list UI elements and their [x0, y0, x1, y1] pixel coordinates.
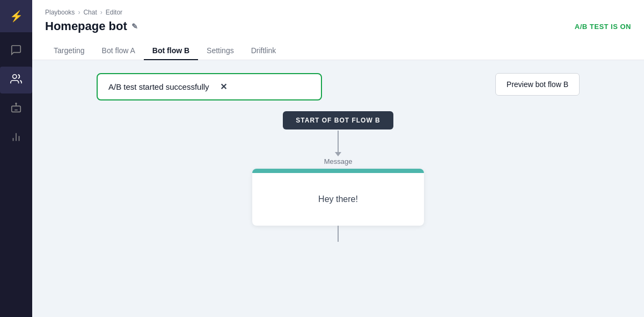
flow-canvas: START OF BOT FLOW B Message Hey there!	[45, 111, 631, 242]
tab-driftlink[interactable]: Driftlink	[243, 42, 285, 60]
main-content: Playbooks › Chat › Editor Homepage bot ✎…	[32, 0, 644, 317]
page-title-text: Homepage bot	[45, 19, 127, 33]
message-card-body: Hey there!	[252, 173, 424, 226]
message-card-header-bar	[252, 169, 424, 173]
content-top-row: A/B test started successfully ✕ Preview …	[97, 73, 580, 100]
message-card[interactable]: Hey there!	[252, 169, 424, 226]
svg-point-0	[13, 74, 17, 78]
arrow-line-1	[338, 131, 339, 152]
breadcrumb: Playbooks › Chat › Editor	[45, 9, 631, 16]
title-row: Homepage bot ✎ A/B TEST IS ON	[45, 19, 631, 33]
logo-icon: ⚡	[10, 10, 23, 23]
message-label: Message	[324, 157, 353, 165]
breadcrumb-sep-2: ›	[100, 9, 103, 16]
header: Playbooks › Chat › Editor Homepage bot ✎…	[32, 0, 644, 60]
sidebar-item-bot[interactable]	[0, 96, 32, 123]
sidebar-item-chat[interactable]	[0, 38, 32, 64]
contacts-icon	[10, 73, 22, 88]
breadcrumb-playbooks[interactable]: Playbooks	[45, 9, 75, 16]
tab-targeting[interactable]: Targeting	[45, 42, 93, 60]
notification-message: A/B test started successfully	[108, 82, 209, 91]
sidebar-nav	[0, 32, 32, 152]
edit-icon[interactable]: ✎	[131, 22, 138, 31]
notification-close-button[interactable]: ✕	[220, 82, 227, 92]
start-node: START OF BOT FLOW B	[283, 111, 393, 129]
chat-icon	[10, 44, 22, 59]
ab-test-badge: A/B TEST IS ON	[575, 23, 631, 31]
preview-bot-flow-button[interactable]: Preview bot flow B	[495, 73, 580, 96]
page-title: Homepage bot ✎	[45, 19, 138, 33]
tab-bot-flow-b[interactable]: Bot flow B	[144, 42, 198, 60]
breadcrumb-sep-1: ›	[78, 9, 80, 16]
breadcrumb-editor: Editor	[106, 9, 122, 16]
sidebar-item-analytics[interactable]	[0, 125, 32, 152]
tab-settings[interactable]: Settings	[198, 42, 243, 60]
sidebar-item-contacts[interactable]	[0, 67, 32, 93]
flow-canvas-area: A/B test started successfully ✕ Preview …	[32, 60, 644, 317]
svg-rect-1	[12, 106, 21, 112]
arrow-head-1	[335, 152, 341, 156]
svg-point-2	[16, 103, 17, 104]
message-card-text: Hey there!	[318, 194, 358, 204]
breadcrumb-chat[interactable]: Chat	[83, 9, 97, 16]
sidebar-logo: ⚡	[0, 0, 32, 32]
sidebar: ⚡	[0, 0, 32, 317]
analytics-icon	[10, 131, 22, 146]
success-notification: A/B test started successfully ✕	[97, 73, 322, 100]
tabs: Targeting Bot flow A Bot flow B Settings…	[45, 42, 631, 60]
flow-arrow-1	[335, 131, 341, 156]
bot-icon	[10, 102, 22, 117]
bottom-connector-line	[338, 226, 339, 242]
tab-bot-flow-a[interactable]: Bot flow A	[93, 42, 144, 60]
